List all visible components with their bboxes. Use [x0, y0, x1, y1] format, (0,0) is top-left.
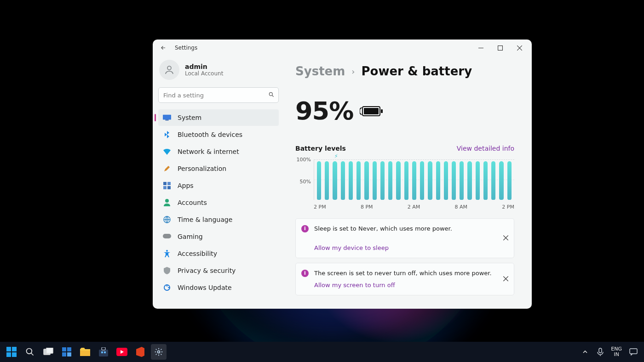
- svg-rect-11: [163, 234, 171, 238]
- sidebar: admin Local Account Find a setting Syste…: [153, 56, 283, 309]
- task-view-icon[interactable]: [40, 344, 56, 360]
- svg-point-9: [165, 199, 169, 203]
- allow-sleep-link[interactable]: Allow my device to sleep: [314, 243, 389, 253]
- input-language[interactable]: ENG IN: [611, 346, 622, 357]
- sidebar-item-label: Apps: [178, 182, 194, 189]
- svg-rect-6: [167, 182, 171, 185]
- chart-bar: [333, 161, 337, 200]
- user-name: admin: [185, 63, 223, 70]
- account-header[interactable]: admin Local Account: [158, 58, 279, 85]
- microsoft-store-icon[interactable]: [96, 344, 111, 360]
- sidebar-item-network[interactable]: Network & internet: [158, 143, 279, 160]
- svg-rect-28: [80, 351, 90, 356]
- sidebar-item-label: Accessibility: [178, 250, 217, 257]
- youtube-icon[interactable]: [114, 344, 130, 360]
- microphone-icon[interactable]: [596, 344, 604, 360]
- chart-bar: [325, 161, 329, 200]
- svg-rect-36: [630, 349, 637, 354]
- svg-rect-8: [167, 186, 171, 189]
- chart-bar: [364, 161, 368, 200]
- svg-point-21: [27, 349, 32, 354]
- monitor-icon: [163, 113, 171, 122]
- sidebar-item-label: Privacy & security: [178, 267, 236, 274]
- sidebar-item-accessibility[interactable]: Accessibility: [158, 245, 279, 262]
- power-tip-screen: i The screen is set to never turn off, w…: [295, 263, 514, 295]
- allow-screen-off-link[interactable]: Allow my screen to turn off: [314, 281, 494, 290]
- action-center-icon[interactable]: [628, 344, 638, 360]
- svg-rect-4: [165, 120, 168, 121]
- battery-charging-icon: [360, 105, 384, 118]
- update-icon: [163, 283, 171, 292]
- file-explorer-icon[interactable]: [77, 344, 93, 360]
- globe-icon: [163, 215, 171, 224]
- sidebar-item-time-language[interactable]: Time & language: [158, 211, 279, 228]
- sidebar-item-privacy[interactable]: Privacy & security: [158, 262, 279, 279]
- svg-rect-3: [163, 115, 171, 120]
- svg-rect-5: [163, 182, 167, 185]
- tray-overflow-icon[interactable]: [581, 344, 590, 360]
- chart-bar: [380, 161, 385, 200]
- sidebar-item-personalization[interactable]: Personalization: [158, 160, 279, 177]
- info-icon: i: [301, 225, 309, 232]
- chart-bar: [436, 161, 440, 200]
- charging-marker-icon: ⚡: [334, 153, 338, 159]
- chart-bar: [452, 161, 456, 200]
- close-icon[interactable]: [503, 234, 508, 243]
- svg-point-1: [167, 66, 171, 70]
- search-input[interactable]: Find a setting: [158, 87, 279, 103]
- back-button[interactable]: [159, 44, 167, 52]
- svg-rect-17: [6, 347, 11, 351]
- power-tip-sleep: i Sleep is set to Never, which uses more…: [295, 218, 514, 258]
- sidebar-item-gaming[interactable]: Gaming: [158, 228, 279, 245]
- view-detailed-info-link[interactable]: View detailed info: [457, 145, 514, 152]
- close-icon[interactable]: [503, 275, 508, 284]
- sidebar-item-windows-update[interactable]: Windows Update: [158, 279, 279, 296]
- close-button[interactable]: [510, 40, 529, 55]
- start-button[interactable]: [4, 344, 19, 360]
- gamepad-icon: [163, 232, 171, 241]
- widgets-icon[interactable]: [59, 344, 75, 360]
- svg-point-2: [269, 92, 272, 96]
- taskbar-search-icon[interactable]: [22, 344, 38, 360]
- settings-taskbar-icon[interactable]: [151, 344, 167, 360]
- xtick: 8 PM: [361, 204, 373, 210]
- maximize-button[interactable]: [490, 40, 510, 55]
- chart-bar: [341, 161, 345, 200]
- tip-text: Sleep is set to Never, which uses more p…: [314, 224, 452, 233]
- chart-bar: [420, 161, 424, 200]
- page-title: Power & battery: [362, 64, 472, 78]
- chart-bar: [467, 161, 472, 200]
- avatar: [159, 60, 179, 80]
- sidebar-item-system[interactable]: System: [158, 109, 279, 126]
- settings-window: Settings admin Local Account Find a sett…: [153, 40, 532, 309]
- svg-rect-29: [99, 350, 108, 356]
- sidebar-item-apps[interactable]: Apps: [158, 177, 279, 194]
- chart-bar: [499, 161, 503, 200]
- office-icon[interactable]: [132, 344, 148, 360]
- chart-bar: [349, 161, 353, 200]
- svg-rect-16: [381, 109, 383, 113]
- chart-xaxis: 2 PM 8 PM 2 AM 8 AM 2 PM: [314, 204, 514, 210]
- minimize-button[interactable]: [471, 40, 490, 55]
- chart-bar: [476, 161, 480, 200]
- apps-icon: [163, 181, 171, 190]
- breadcrumb-parent[interactable]: System: [295, 64, 345, 78]
- sidebar-item-bluetooth[interactable]: Bluetooth & devices: [158, 126, 279, 143]
- chart-bar: [428, 161, 432, 200]
- search-icon: [268, 91, 275, 99]
- svg-rect-18: [12, 347, 17, 351]
- sidebar-item-accounts[interactable]: Accounts: [158, 194, 279, 211]
- chart-bar: [444, 161, 448, 200]
- sidebar-item-label: System: [178, 114, 201, 121]
- brush-icon: [163, 164, 171, 173]
- info-icon: i: [301, 270, 309, 277]
- ytick-50: 50%: [300, 179, 311, 185]
- sidebar-item-label: Gaming: [178, 233, 203, 240]
- chart-bar: [317, 161, 321, 200]
- sidebar-item-label: Bluetooth & devices: [178, 131, 242, 138]
- taskbar: ENG IN: [0, 342, 644, 362]
- svg-rect-35: [599, 348, 602, 353]
- window-title: Settings: [175, 45, 197, 51]
- chart-bar: [388, 161, 392, 200]
- breadcrumb: System › Power & battery: [295, 64, 514, 78]
